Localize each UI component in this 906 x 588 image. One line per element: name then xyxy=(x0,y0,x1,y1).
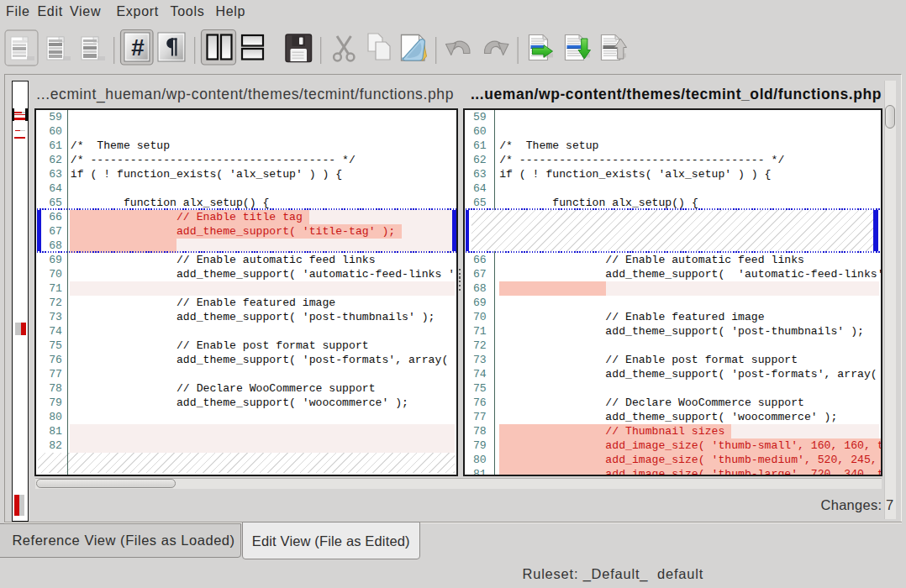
svg-text:#: # xyxy=(131,34,145,60)
